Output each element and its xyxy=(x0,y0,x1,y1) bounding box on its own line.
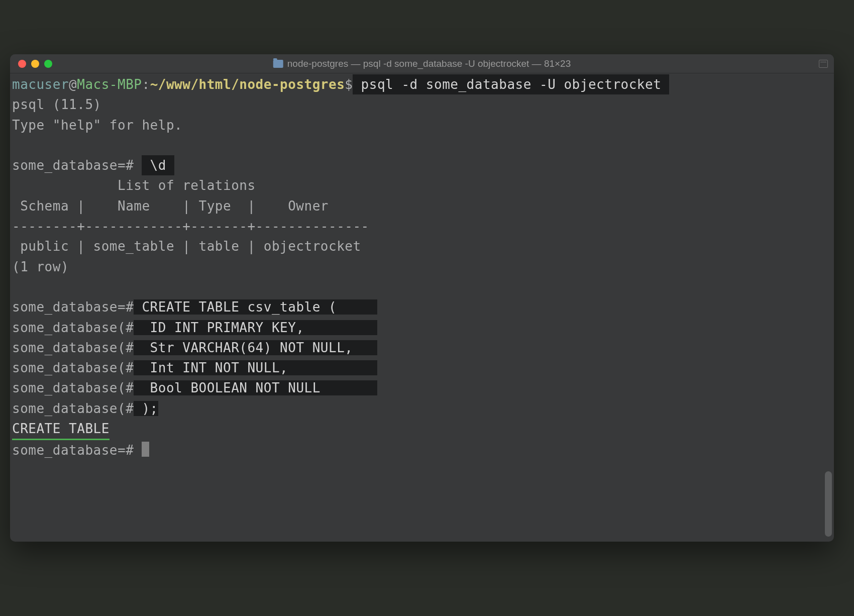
titlebar: node-postgres — psql -d some_database -U… xyxy=(10,54,834,73)
final-prompt: some_database=# xyxy=(12,443,142,458)
maximize-button[interactable] xyxy=(44,60,52,68)
create-result: CREATE TABLE xyxy=(12,419,110,440)
psql-prompt-cont: some_database(# xyxy=(12,320,134,335)
create-sql-4: Int INT NOT NULL, xyxy=(134,360,377,375)
folder-icon xyxy=(273,60,283,68)
prompt-colon: : xyxy=(142,77,150,92)
psql-version-line: psql (11.5) xyxy=(10,94,834,115)
psql-prompt-cont: some_database(# xyxy=(12,360,134,375)
traffic-lights xyxy=(18,60,52,68)
create-line-6: some_database(# ); xyxy=(10,398,834,419)
relations-divider: --------+------------+-------+----------… xyxy=(10,216,834,236)
command-d: \d xyxy=(142,155,174,175)
terminal-window: node-postgres — psql -d some_database -U… xyxy=(10,54,834,542)
command-psql: psql -d some_database -U objectrocket xyxy=(353,74,669,94)
blank-line xyxy=(10,135,834,155)
help-hint-line: Type "help" for help. xyxy=(10,115,834,135)
minimize-button[interactable] xyxy=(31,60,39,68)
psql-prompt-cont: some_database(# xyxy=(12,401,134,416)
terminal-body[interactable]: macuser@Macs-MBP:~/www/html/node-postgre… xyxy=(10,73,834,542)
psql-prompt-cont: some_database(# xyxy=(12,380,134,395)
relations-title: List of relations xyxy=(10,175,834,195)
blank-line-2 xyxy=(10,277,834,297)
create-line-3: some_database(# Str VARCHAR(64) NOT NULL… xyxy=(10,338,834,358)
prompt-line-1: macuser@Macs-MBP:~/www/html/node-postgre… xyxy=(10,74,834,94)
prompt-at: @ xyxy=(69,77,77,92)
create-line-4: some_database(# Int INT NOT NULL, xyxy=(10,358,834,378)
create-sql-5: Bool BOOLEAN NOT NULL xyxy=(134,380,377,395)
window-title: node-postgres — psql -d some_database -U… xyxy=(273,58,571,69)
psql-prompt-d: some_database=# \d xyxy=(10,155,834,175)
prompt-path: ~/www/html/node-postgres xyxy=(150,77,345,92)
prompt-host: Macs-MBP xyxy=(77,77,142,92)
create-sql-1: CREATE TABLE csv_table ( xyxy=(134,299,377,315)
close-button[interactable] xyxy=(18,60,26,68)
relations-row: public | some_table | table | objectrock… xyxy=(10,236,834,256)
cursor xyxy=(142,442,149,457)
create-line-5: some_database(# Bool BOOLEAN NOT NULL xyxy=(10,378,834,398)
create-sql-3: Str VARCHAR(64) NOT NULL, xyxy=(134,340,377,355)
create-line-1: some_database=# CREATE TABLE csv_table ( xyxy=(10,297,834,317)
psql-prompt: some_database=# xyxy=(12,299,134,315)
psql-prompt-cont: some_database(# xyxy=(12,340,134,355)
prompt-user: macuser xyxy=(12,77,69,92)
psql-prompt-text: some_database=# xyxy=(12,158,142,173)
window-title-text: node-postgres — psql -d some_database -U… xyxy=(287,58,571,69)
create-sql-2: ID INT PRIMARY KEY, xyxy=(134,320,377,335)
prompt-dollar: $ xyxy=(345,77,353,92)
create-result-line: CREATE TABLE xyxy=(10,419,834,440)
panel-icon[interactable] xyxy=(819,60,828,68)
final-prompt-line: some_database=# xyxy=(10,440,834,460)
relations-header: Schema | Name | Type | Owner xyxy=(10,196,834,216)
create-line-2: some_database(# ID INT PRIMARY KEY, xyxy=(10,318,834,338)
create-sql-6: ); xyxy=(134,401,158,416)
row-count: (1 row) xyxy=(10,257,834,277)
scrollbar[interactable] xyxy=(825,471,832,537)
